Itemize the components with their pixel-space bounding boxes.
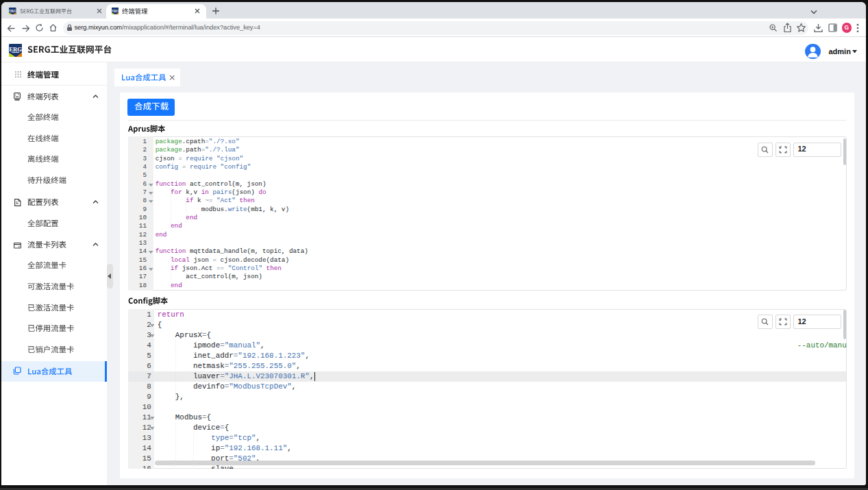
svg-text:ERG: ERG: [112, 8, 119, 12]
svg-text:ERG: ERG: [9, 8, 16, 12]
svg-text:ERG: ERG: [9, 45, 22, 52]
